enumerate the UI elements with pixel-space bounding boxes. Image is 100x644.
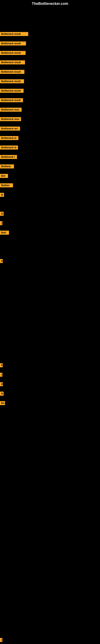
bar-row-10: Bottleneck resu [0, 117, 21, 122]
bar-row-16: Bot [0, 174, 8, 179]
bottleneck-bar-3[interactable]: Bottleneck result [0, 51, 26, 55]
bottleneck-bar-18[interactable]: B [0, 193, 4, 197]
bar-row-19: B [0, 212, 3, 216]
bar-row-13: Bottleneck re [0, 146, 18, 150]
bottleneck-bar-24[interactable]: | [0, 373, 2, 377]
bar-row-6: Bottleneck result [0, 79, 24, 84]
bottleneck-bar-7[interactable]: Bottleneck result [0, 89, 24, 93]
bottleneck-bar-10[interactable]: Bottleneck resu [0, 117, 21, 121]
bottleneck-bar-2[interactable]: Bottleneck result [0, 42, 26, 46]
bar-row-7: Bottleneck result [0, 89, 24, 94]
bar-row-8: Bottleneck result [0, 98, 23, 103]
bottleneck-bar-11[interactable]: Bottleneck res [0, 126, 20, 130]
bar-row-3: Bottleneck result [0, 51, 26, 56]
bottleneck-bar-12[interactable]: Bottleneck re [0, 136, 18, 140]
bar-row-23: E [0, 363, 3, 368]
bottleneck-bar-25[interactable]: E [0, 382, 3, 386]
bottleneck-bar-19[interactable]: B [0, 212, 3, 216]
bottleneck-bar-5[interactable]: Bottleneck result [0, 70, 24, 74]
bar-row-26: B [0, 392, 3, 396]
bottleneck-bar-17[interactable]: Bottlen [0, 183, 13, 187]
bottleneck-bar-28[interactable]: | [0, 638, 2, 642]
bottleneck-bar-20[interactable]: | [0, 221, 2, 225]
bottleneck-bar-27[interactable]: Bo [0, 401, 5, 405]
bar-row-2: Bottleneck result [0, 42, 26, 46]
bar-row-25: E [0, 382, 3, 387]
bar-row-27: Bo [0, 401, 5, 406]
bottleneck-bar-6[interactable]: Bottleneck result [0, 79, 24, 83]
bar-row-12: Bottleneck re [0, 136, 18, 141]
bar-row-24: | [0, 373, 2, 378]
bottleneck-bar-13[interactable]: Bottleneck re [0, 146, 18, 150]
bar-row-9: Bottleneck resu [0, 108, 22, 112]
bottleneck-bar-22[interactable]: E [0, 259, 3, 263]
bar-row-11: Bottleneck res [0, 126, 20, 132]
bar-row-18: B [0, 193, 4, 198]
bottleneck-bar-16[interactable]: Bot [0, 174, 8, 178]
bar-row-1: Bottleneck result [0, 32, 28, 37]
site-title: TheBottlenecker.com [0, 0, 100, 8]
bar-row-20: | [0, 221, 2, 226]
bar-row-28: | [0, 638, 2, 643]
bar-row-15: Bottlene [0, 164, 14, 169]
bar-row-17: Bottlen [0, 183, 13, 188]
bottleneck-bar-15[interactable]: Bottlene [0, 164, 14, 168]
bottleneck-bar-23[interactable]: E [0, 363, 3, 367]
bottleneck-bar-9[interactable]: Bottleneck resu [0, 108, 22, 112]
bar-row-14: Bottleneck r [0, 155, 17, 160]
bar-row-5: Bottleneck result [0, 70, 24, 75]
bar-row-22: E [0, 259, 3, 264]
bottleneck-bar-8[interactable]: Bottleneck result [0, 98, 23, 102]
bottleneck-bar-14[interactable]: Bottleneck r [0, 155, 17, 159]
bar-row-4: Bottleneck result [0, 60, 25, 65]
bottleneck-bar-4[interactable]: Bottleneck result [0, 60, 25, 64]
bar-row-21: Bott [0, 231, 9, 236]
bottleneck-bar-21[interactable]: Bott [0, 231, 9, 235]
bottleneck-bar-26[interactable]: B [0, 392, 3, 396]
bottleneck-bar-1[interactable]: Bottleneck result [0, 32, 28, 36]
